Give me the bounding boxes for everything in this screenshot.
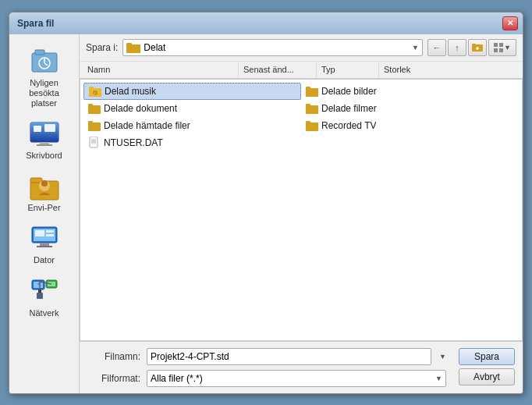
svg-rect-18 — [37, 246, 52, 247]
file-list-header: Namn Senast änd... Typ Storlek — [80, 62, 523, 79]
view-icon — [494, 43, 503, 52]
close-button[interactable]: ✕ — [502, 16, 518, 30]
svg-rect-54 — [306, 121, 310, 124]
action-buttons: Spara Avbryt — [459, 348, 515, 387]
location-folder-icon — [126, 41, 140, 54]
svg-rect-42 — [89, 87, 94, 90]
dialog-title: Spara fil — [17, 18, 54, 29]
top-bar: Spara i: Delat ▼ ← ↑ — [80, 34, 523, 62]
sidebar-recent-label: Nyligen besökta platser — [16, 78, 73, 109]
sidebar-network-label: Nätverk — [30, 308, 59, 318]
folder-icon — [306, 119, 318, 132]
cancel-button[interactable]: Avbryt — [459, 368, 515, 385]
file-name: Recorded TV — [321, 120, 376, 131]
svg-rect-9 — [34, 126, 41, 132]
list-item[interactable]: Delade dokument — [83, 100, 301, 117]
save-in-label: Spara i: — [86, 42, 118, 53]
file-name: Delade bilder — [321, 86, 377, 97]
svg-rect-12 — [30, 178, 42, 183]
file-list: ♪ Delad musik Delade bilder — [80, 79, 523, 341]
sidebar-item-computer[interactable]: Dator — [14, 219, 75, 268]
sidebar-item-envi-per[interactable]: Envi-Per — [14, 167, 75, 216]
location-dropdown[interactable]: Delat ▼ — [122, 39, 423, 56]
filename-dropdown-arrow[interactable]: ▼ — [439, 353, 446, 361]
up-button[interactable]: ↑ — [448, 39, 466, 56]
file-name: Delade dokument — [104, 103, 177, 114]
sidebar-item-recent-places[interactable]: Nyligen besökta platser — [14, 42, 75, 112]
filetype-value: Alla filer (*.*) — [151, 373, 203, 384]
folder-icon — [306, 85, 318, 98]
svg-rect-38 — [499, 43, 503, 47]
sidebar-item-desktop[interactable]: Skrivbord — [14, 115, 75, 164]
toolbar-buttons: ← ↑ — [427, 39, 516, 56]
title-bar: Spara fil ✕ — [9, 12, 523, 34]
new-folder-button[interactable] — [468, 39, 487, 56]
sidebar-computer-label: Dator — [34, 255, 55, 265]
svg-rect-48 — [88, 104, 93, 107]
file-name: Delade filmer — [321, 103, 377, 114]
svg-rect-50 — [306, 104, 310, 107]
recent-icon — [29, 45, 60, 76]
sidebar: Nyligen besökta platser — [9, 34, 80, 393]
list-item[interactable]: Delade filmer — [301, 100, 519, 117]
file-name: Delade hämtade filer — [104, 120, 190, 131]
desktop-icon — [29, 118, 60, 149]
filetype-label: Filformat: — [87, 373, 140, 384]
size-header[interactable]: Storlek — [379, 62, 520, 78]
file-name: Delad musik — [105, 86, 156, 97]
name-header[interactable]: Namn — [83, 62, 239, 78]
filename-label: Filnamn: — [87, 351, 140, 362]
svg-rect-8 — [37, 144, 52, 146]
svg-rect-39 — [494, 48, 498, 52]
list-item[interactable]: Delade hämtade filer — [83, 117, 301, 134]
list-item[interactable]: NTUSER.DAT — [83, 134, 301, 151]
svg-rect-37 — [494, 43, 498, 47]
type-header[interactable]: Typ — [317, 62, 379, 78]
bottom-bar: Filnamn: ▼ Filformat: Alla filer (*.*) ▼ — [80, 341, 523, 393]
svg-rect-55 — [90, 137, 98, 147]
sidebar-envi-label: Envi-Per — [27, 203, 60, 213]
svg-rect-19 — [35, 230, 44, 236]
list-item[interactable]: Recorded TV — [301, 117, 519, 134]
view-button[interactable]: ▼ — [488, 39, 516, 56]
sidebar-item-network[interactable]: Nätverk — [14, 272, 75, 322]
folder-icon — [88, 102, 101, 115]
network-icon — [29, 275, 60, 307]
svg-rect-10 — [44, 124, 55, 132]
shared-folder-icon: ♪ — [89, 85, 101, 98]
file-icon — [88, 137, 101, 149]
filename-input[interactable] — [147, 348, 431, 365]
svg-rect-1 — [35, 50, 44, 55]
filetype-row: Filformat: Alla filer (*.*) ▼ — [87, 370, 446, 387]
bottom-fields: Filnamn: ▼ Filformat: Alla filer (*.*) ▼ — [87, 348, 446, 387]
list-item[interactable]: Delade bilder — [301, 83, 519, 100]
user-folder-icon — [29, 170, 60, 201]
save-button[interactable]: Spara — [459, 348, 515, 365]
svg-rect-34 — [472, 44, 476, 46]
new-folder-icon — [472, 43, 483, 52]
svg-rect-20 — [46, 230, 54, 233]
back-button[interactable]: ← — [427, 39, 446, 56]
svg-rect-26 — [37, 293, 43, 299]
bottom-rows: Filnamn: ▼ Filformat: Alla filer (*.*) ▼ — [87, 348, 515, 387]
dialog-body: Nyligen besökta platser — [9, 34, 523, 393]
save-file-dialog: Spara fil ✕ Nyligen besökta platser — [9, 12, 523, 394]
content-area: Spara i: Delat ▼ ← ↑ — [80, 34, 523, 393]
list-item[interactable]: ♪ Delad musik — [83, 83, 301, 100]
svg-rect-27 — [38, 290, 41, 293]
filetype-dropdown[interactable]: Alla filer (*.*) ▼ — [147, 370, 446, 387]
svg-rect-46 — [306, 87, 310, 90]
folder-icon — [306, 102, 318, 115]
svg-rect-40 — [499, 48, 503, 52]
filename-row: Filnamn: ▼ — [87, 348, 446, 365]
svg-point-14 — [41, 180, 48, 187]
date-header[interactable]: Senast änd... — [239, 62, 317, 78]
computer-icon — [29, 222, 60, 254]
location-text: Delat — [140, 42, 412, 53]
folder-icon — [88, 119, 101, 132]
svg-rect-21 — [46, 234, 54, 236]
file-name: NTUSER.DAT — [104, 137, 163, 148]
location-arrow: ▼ — [412, 44, 419, 52]
filetype-arrow: ▼ — [435, 375, 442, 382]
svg-rect-32 — [126, 43, 132, 46]
